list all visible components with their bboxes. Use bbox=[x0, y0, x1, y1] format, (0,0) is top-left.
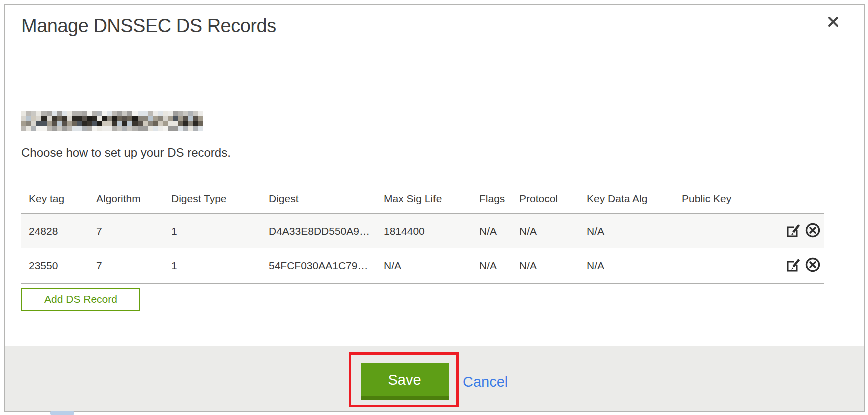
redacted-domain-name bbox=[21, 111, 203, 131]
delete-icon bbox=[804, 268, 821, 275]
edit-record-button[interactable] bbox=[785, 257, 801, 274]
close-button[interactable] bbox=[824, 14, 842, 32]
table-row: 24828 7 1 D4A33E8DD550A9… 1814400 N/A N/… bbox=[21, 214, 824, 248]
col-header-flags: Flags bbox=[472, 178, 512, 214]
page-title: Manage DNSSEC DS Records bbox=[21, 16, 276, 37]
cell-digest-type: 1 bbox=[164, 214, 261, 248]
instruction-text: Choose how to set up your DS records. bbox=[21, 146, 231, 160]
col-header-algorithm: Algorithm bbox=[89, 178, 164, 214]
manage-dnssec-dialog: Manage DNSSEC DS Records Choose how to s… bbox=[4, 4, 865, 412]
table-header-row: Key tag Algorithm Digest Type Digest Max… bbox=[21, 178, 824, 214]
cell-protocol: N/A bbox=[512, 214, 579, 248]
ds-records-table: Key tag Algorithm Digest Type Digest Max… bbox=[21, 178, 824, 284]
cell-max-sig-life: N/A bbox=[376, 248, 472, 284]
cell-max-sig-life: 1814400 bbox=[376, 214, 472, 248]
cell-digest: D4A33E8DD550A9… bbox=[261, 214, 376, 248]
col-header-actions bbox=[774, 178, 824, 214]
cell-key-tag: 23550 bbox=[21, 248, 89, 284]
col-header-max-sig-life: Max Sig Life bbox=[376, 178, 472, 214]
col-header-public-key: Public Key bbox=[674, 178, 774, 214]
cell-actions bbox=[774, 248, 824, 284]
cell-digest: 54FCF030AA1C79… bbox=[261, 248, 376, 284]
col-header-key-data-alg: Key Data Alg bbox=[579, 178, 674, 214]
cell-public-key bbox=[674, 248, 774, 284]
cancel-link[interactable]: Cancel bbox=[463, 374, 508, 390]
cell-algorithm: 7 bbox=[89, 214, 164, 248]
cell-key-data-alg: N/A bbox=[579, 248, 674, 284]
edit-icon bbox=[785, 232, 801, 240]
close-icon bbox=[826, 24, 841, 31]
cell-flags: N/A bbox=[472, 214, 512, 248]
cell-digest-type: 1 bbox=[164, 248, 261, 284]
dialog-footer: Save Cancel bbox=[5, 346, 864, 412]
cell-actions bbox=[774, 214, 824, 248]
cell-algorithm: 7 bbox=[89, 248, 164, 284]
cell-key-tag: 24828 bbox=[21, 214, 89, 248]
cell-protocol: N/A bbox=[512, 248, 579, 284]
edit-record-button[interactable] bbox=[785, 222, 801, 240]
delete-record-button[interactable] bbox=[804, 256, 821, 275]
col-header-protocol: Protocol bbox=[512, 178, 579, 214]
col-header-digest: Digest bbox=[261, 178, 376, 214]
col-header-key-tag: Key tag bbox=[21, 178, 89, 214]
col-header-digest-type: Digest Type bbox=[164, 178, 261, 214]
table-row: 23550 7 1 54FCF030AA1C79… N/A N/A N/A N/… bbox=[21, 248, 824, 284]
background-page-glimpse bbox=[50, 412, 74, 415]
cell-key-data-alg: N/A bbox=[579, 214, 674, 248]
cell-flags: N/A bbox=[472, 248, 512, 284]
delete-icon bbox=[804, 233, 821, 240]
add-ds-record-button[interactable]: Add DS Record bbox=[21, 288, 140, 311]
edit-icon bbox=[785, 267, 801, 274]
delete-record-button[interactable] bbox=[804, 222, 821, 240]
save-button[interactable]: Save bbox=[361, 364, 449, 400]
cell-public-key bbox=[674, 214, 774, 248]
